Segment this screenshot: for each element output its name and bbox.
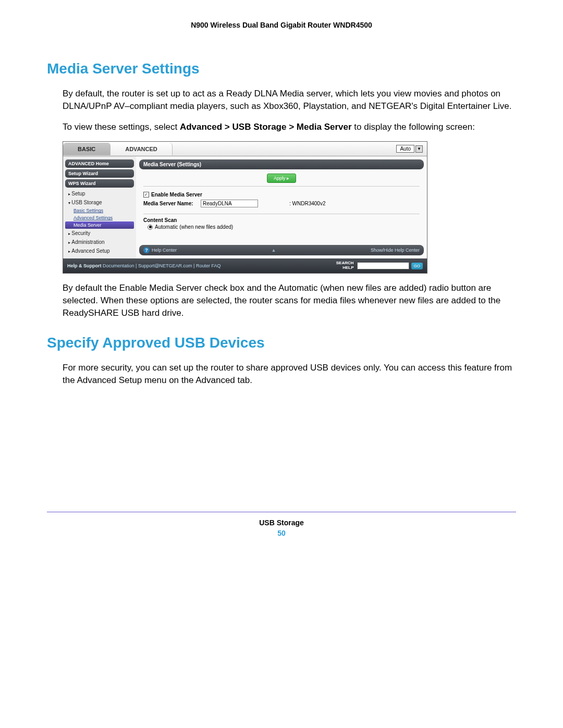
apply-row: Apply ▸ bbox=[143, 171, 420, 187]
sidebar: ADVANCED Home Setup Wizard WPS Wizard Se… bbox=[63, 156, 136, 258]
server-name-row: Media Server Name: ReadyDLNA : WNDR3400v… bbox=[143, 199, 420, 208]
page-divider bbox=[47, 512, 516, 512]
help-arrow-icon: ▲ bbox=[177, 248, 371, 253]
sidebar-item-security[interactable]: Security bbox=[65, 229, 134, 238]
go-button[interactable]: GO bbox=[411, 263, 423, 269]
content-scan-header: Content Scan bbox=[143, 214, 420, 223]
apply-button[interactable]: Apply ▸ bbox=[267, 174, 296, 183]
sidebar-item-usb-storage[interactable]: USB Storage bbox=[65, 198, 134, 207]
sidebar-item-advanced-setup[interactable]: Advanced Setup bbox=[65, 246, 134, 255]
section-title-approved-usb: Specify Approved USB Devices bbox=[47, 335, 516, 351]
scan-automatic-radio[interactable] bbox=[148, 225, 153, 230]
document-header: N900 Wireless Dual Band Gigabit Router W… bbox=[47, 21, 516, 29]
enable-media-label: Enable Media Server bbox=[151, 192, 202, 198]
sidebar-item-wps-wizard[interactable]: WPS Wizard bbox=[65, 179, 134, 188]
search-help-label: SEARCH HELP bbox=[336, 261, 354, 270]
paragraph-nav: To view these settings, select Advanced … bbox=[63, 121, 516, 133]
tab-advanced[interactable]: ADVANCED bbox=[111, 143, 173, 155]
sidebar-sub-basic-settings[interactable]: Basic Settings bbox=[65, 207, 134, 214]
language-select[interactable]: Auto ▼ bbox=[396, 145, 423, 153]
nav-text-post: to display the following screen: bbox=[352, 122, 475, 132]
tab-bar: BASIC ADVANCED Auto ▼ bbox=[63, 142, 427, 156]
server-name-input[interactable]: ReadyDLNA bbox=[201, 200, 258, 207]
main-panel: Media Server (Settings) Apply ▸ ✓ Enable… bbox=[136, 156, 427, 258]
search-input[interactable] bbox=[357, 262, 409, 269]
form-area: ✓ Enable Media Server Media Server Name:… bbox=[136, 187, 427, 242]
footer-links[interactable]: Documentation | Support@NETGEAR.com | Ro… bbox=[103, 263, 221, 268]
server-name-label: Media Server Name: bbox=[143, 201, 201, 206]
paragraph-approved-usb: For more security, you can set up the ro… bbox=[63, 362, 516, 387]
footer-page-number: 50 bbox=[47, 529, 516, 537]
footer-chapter: USB Storage bbox=[47, 519, 516, 527]
section-title-media-server: Media Server Settings bbox=[47, 60, 516, 77]
sidebar-item-advanced-home[interactable]: ADVANCED Home bbox=[65, 159, 134, 168]
help-center-bar[interactable]: ? Help Center ▲ Show/Hide Help Center bbox=[139, 245, 424, 255]
help-icon: ? bbox=[143, 247, 150, 253]
panel-title: Media Server (Settings) bbox=[139, 159, 424, 169]
enable-media-row: ✓ Enable Media Server bbox=[143, 191, 420, 199]
nav-path-bold: Advanced > USB Storage > Media Server bbox=[180, 122, 352, 132]
sidebar-item-administration[interactable]: Administration bbox=[65, 238, 134, 246]
scan-automatic-label: Automatic (when new files added) bbox=[155, 224, 233, 230]
router-screenshot: BASIC ADVANCED Auto ▼ ADVANCED Home Setu… bbox=[63, 141, 427, 274]
server-name-suffix: : WNDR3400v2 bbox=[289, 201, 325, 206]
sidebar-item-setup-wizard[interactable]: Setup Wizard bbox=[65, 169, 134, 178]
sidebar-sub-media-server[interactable]: Media Server bbox=[65, 221, 134, 229]
help-toggle-label[interactable]: Show/Hide Help Center bbox=[371, 248, 420, 253]
language-value: Auto bbox=[396, 145, 414, 153]
sidebar-sub-advanced-settings[interactable]: Advanced Settings bbox=[65, 214, 134, 221]
paragraph-intro: By default, the router is set up to act … bbox=[63, 88, 516, 113]
nav-text-pre: To view these settings, select bbox=[63, 122, 180, 132]
tab-basic[interactable]: BASIC bbox=[63, 143, 111, 155]
screenshot-footer: Help & Support Documentation | Support@N… bbox=[63, 258, 427, 273]
enable-media-checkbox[interactable]: ✓ bbox=[143, 192, 149, 198]
help-center-label: Help Center bbox=[152, 248, 177, 253]
sidebar-item-setup[interactable]: Setup bbox=[65, 189, 134, 198]
dropdown-icon: ▼ bbox=[415, 145, 423, 153]
scan-automatic-row: Automatic (when new files added) bbox=[143, 223, 420, 231]
paragraph-after-screenshot: By default the Enable Media Server check… bbox=[63, 282, 516, 319]
page-footer: USB Storage 50 bbox=[47, 519, 516, 537]
footer-help-support: Help & Support bbox=[67, 263, 102, 268]
